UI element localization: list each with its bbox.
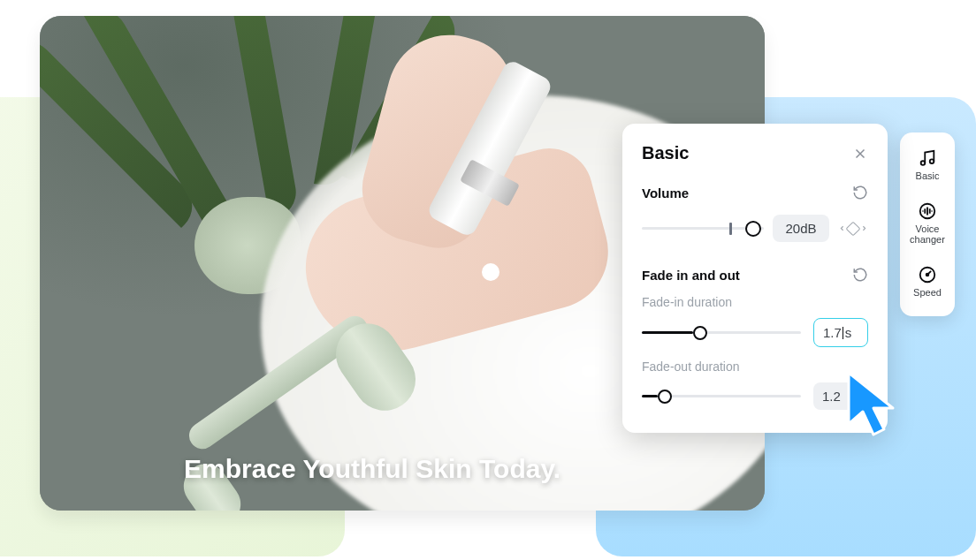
svg-point-1 (930, 159, 934, 163)
video-caption-text: Embrace Youthful Skin Today. (184, 454, 560, 484)
speed-gauge-icon (918, 265, 937, 284)
music-note-icon (918, 148, 937, 168)
fade-in-value: 1.7 (823, 325, 842, 340)
lotion-drop (482, 263, 499, 281)
tool-voice-changer-label: Voice changer (904, 223, 951, 246)
tool-basic[interactable]: Basic (904, 141, 951, 189)
chevron-right-icon (860, 224, 868, 232)
tool-speed[interactable]: Speed (904, 258, 951, 306)
volume-value-badge[interactable]: 20dB (773, 215, 829, 242)
cursor-pointer-graphic (845, 369, 907, 445)
volume-slider[interactable] (642, 220, 764, 238)
reset-icon[interactable] (852, 185, 868, 201)
fade-in-slider[interactable] (642, 324, 801, 342)
fade-in-unit: s (845, 325, 852, 340)
fade-out-slider[interactable] (642, 388, 801, 405)
tool-basic-label: Basic (916, 170, 940, 182)
fade-in-label: Fade-in duration (642, 295, 868, 309)
tool-voice-changer[interactable]: Voice changer (904, 194, 951, 253)
chevron-left-icon (838, 224, 846, 232)
keyframe-control[interactable] (838, 223, 868, 234)
close-icon[interactable] (852, 146, 868, 162)
fade-in-duration-input[interactable]: 1.7s (813, 318, 868, 347)
reset-icon[interactable] (852, 267, 868, 283)
panel-title: Basic (642, 143, 689, 163)
svg-point-4 (926, 274, 929, 276)
voice-wave-icon (918, 201, 937, 221)
volume-label: Volume (642, 185, 689, 201)
svg-point-0 (921, 161, 926, 165)
tool-speed-label: Speed (913, 287, 942, 299)
fade-out-label: Fade-out duration (642, 359, 868, 374)
side-toolbar: Basic Voice changer Speed (900, 132, 955, 316)
keyframe-diamond-icon (846, 221, 861, 236)
fade-section-label: Fade in and out (642, 268, 740, 283)
